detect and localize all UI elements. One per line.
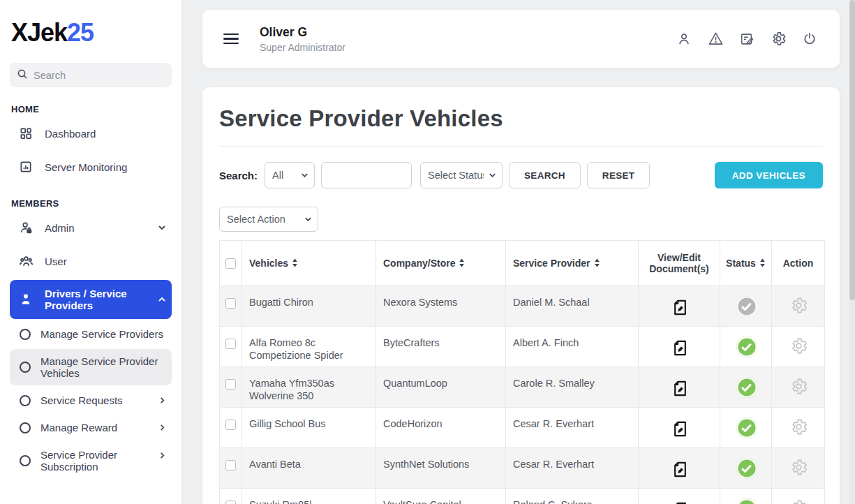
status-check-icon[interactable] bbox=[736, 377, 757, 398]
sort-icon bbox=[759, 258, 766, 269]
chevron-up-icon bbox=[158, 295, 166, 304]
row-settings-gear-icon[interactable] bbox=[789, 336, 808, 355]
search-keyword-input[interactable] bbox=[321, 162, 412, 188]
search-button[interactable]: SEARCH bbox=[509, 162, 581, 188]
select-all-checkbox[interactable] bbox=[225, 258, 236, 269]
sidebar-subitem-label: Manage Service Providers bbox=[40, 328, 163, 340]
view-edit-document-icon[interactable] bbox=[671, 498, 690, 504]
monitoring-chart-icon bbox=[18, 159, 34, 175]
top-header-bar: Oliver G Super Administrator bbox=[202, 10, 840, 68]
sidebar-subitem-service-provider-subscription[interactable]: Service Provider Subscription bbox=[10, 443, 172, 479]
sidebar-search[interactable] bbox=[10, 63, 172, 87]
page-scrollbar-thumb[interactable] bbox=[849, 0, 855, 300]
bullet-circle-icon bbox=[20, 362, 31, 373]
row-settings-gear-icon[interactable] bbox=[789, 417, 808, 436]
user-icon[interactable] bbox=[675, 30, 693, 48]
row-checkbox[interactable] bbox=[225, 339, 236, 349]
sidebar-subitem-manage-service-providers[interactable]: Manage Service Providers bbox=[10, 322, 172, 346]
bullet-circle-icon bbox=[20, 329, 31, 340]
main-area: Oliver G Super Administrator Service Pro… bbox=[181, 0, 855, 504]
sidebar-item-label: User bbox=[45, 255, 67, 267]
view-edit-document-icon[interactable] bbox=[671, 377, 690, 398]
column-header-status[interactable]: Status bbox=[720, 241, 772, 286]
sidebar-item-drivers-service-providers[interactable]: Drivers / Service Providers bbox=[10, 280, 172, 319]
power-icon[interactable] bbox=[801, 30, 819, 48]
sidebar-item-label: Server Monitoring bbox=[45, 161, 127, 173]
table-row: Bugatti Chiron Nexora Systems Daniel M. … bbox=[220, 286, 825, 327]
row-settings-gear-icon[interactable] bbox=[789, 296, 808, 315]
column-header-vehicles[interactable]: Vehicles bbox=[242, 241, 376, 286]
sort-icon bbox=[459, 258, 465, 269]
row-settings-gear-icon[interactable] bbox=[789, 458, 808, 477]
status-check-icon[interactable] bbox=[736, 458, 757, 479]
warning-icon[interactable] bbox=[706, 30, 724, 48]
column-header-provider[interactable]: Service Provider bbox=[506, 241, 639, 286]
title-divider bbox=[219, 146, 823, 147]
column-header-company[interactable]: Company/Store bbox=[376, 241, 506, 286]
chevron-right-icon bbox=[158, 452, 166, 459]
row-checkbox[interactable] bbox=[225, 379, 236, 390]
sidebar-item-admin[interactable]: Admin bbox=[10, 213, 172, 242]
row-checkbox[interactable] bbox=[225, 298, 236, 309]
provider-cell: Cesar R. Everhart bbox=[506, 408, 639, 448]
row-settings-gear-icon[interactable] bbox=[789, 377, 808, 396]
row-checkbox[interactable] bbox=[225, 420, 236, 430]
sidebar-subitem-service-requests[interactable]: Service Requests bbox=[10, 388, 172, 413]
row-settings-gear-icon[interactable] bbox=[789, 498, 808, 504]
provider-cell: Albert A. Finch bbox=[506, 327, 639, 367]
user-name: Oliver G bbox=[260, 25, 345, 40]
vehicle-cell: Avanti Beta bbox=[242, 448, 376, 489]
sidebar-search-input[interactable] bbox=[34, 70, 165, 81]
vehicles-table: Vehicles Company/Store Service Provider … bbox=[219, 240, 825, 504]
sort-icon bbox=[594, 258, 600, 269]
sidebar-item-user[interactable]: User bbox=[10, 246, 172, 276]
status-check-icon[interactable] bbox=[736, 417, 757, 438]
content-card: Service Provider Vehicles Search: All Se… bbox=[202, 87, 840, 504]
company-cell: SynthNet Solutions bbox=[376, 448, 506, 489]
user-role: Super Administrator bbox=[260, 42, 345, 53]
table-row: Alfa Romeo 8c Competizione Spider ByteCr… bbox=[220, 327, 825, 367]
company-cell: QuantumLoop bbox=[376, 367, 506, 408]
brand-logo[interactable]: XJek25 bbox=[10, 18, 172, 47]
sidebar-subitem-label: Service Requests bbox=[40, 394, 123, 406]
search-field-select[interactable]: All bbox=[265, 162, 315, 188]
edit-document-icon[interactable] bbox=[738, 30, 756, 48]
view-edit-document-icon[interactable] bbox=[671, 336, 690, 357]
sidebar: XJek25 HOME Dashboard Server Monitoring … bbox=[0, 0, 181, 504]
reset-button[interactable]: RESET bbox=[587, 162, 650, 188]
sidebar-section-members: MEMBERS bbox=[11, 198, 172, 209]
vehicle-cell: Alfa Romeo 8c Competizione Spider bbox=[242, 327, 376, 367]
gear-icon[interactable] bbox=[769, 30, 787, 48]
hamburger-menu-icon[interactable] bbox=[223, 34, 239, 44]
page-title: Service Provider Vehicles bbox=[219, 105, 823, 132]
sidebar-item-server-monitoring[interactable]: Server Monitoring bbox=[10, 152, 172, 181]
view-edit-document-icon[interactable] bbox=[671, 296, 690, 317]
chevron-down-icon bbox=[158, 223, 166, 232]
driver-icon bbox=[18, 292, 34, 307]
row-checkbox[interactable] bbox=[225, 460, 236, 470]
page-scrollbar[interactable] bbox=[849, 0, 855, 504]
add-vehicles-button[interactable]: ADD VEHICLES bbox=[715, 162, 823, 188]
table-row: Suzuki Rm85l VaultSure Capital Roland C.… bbox=[220, 489, 825, 504]
company-cell: Nexora Systems bbox=[376, 286, 506, 327]
status-filter-select[interactable]: Select Status bbox=[420, 162, 503, 188]
status-check-icon[interactable] bbox=[736, 498, 757, 504]
view-edit-document-icon[interactable] bbox=[671, 458, 690, 479]
sidebar-subitem-manage-service-provider-vehicles[interactable]: Manage Service Provider Vehicles bbox=[10, 349, 172, 385]
admin-lock-icon bbox=[18, 220, 34, 235]
table-header-row: Vehicles Company/Store Service Provider … bbox=[220, 241, 825, 286]
search-icon bbox=[17, 68, 28, 82]
column-header-documents: View/Edit Document(s) bbox=[639, 241, 720, 286]
status-check-icon[interactable] bbox=[736, 296, 757, 317]
vehicle-cell: Bugatti Chiron bbox=[242, 286, 376, 327]
sidebar-item-dashboard[interactable]: Dashboard bbox=[10, 119, 172, 148]
view-edit-document-icon[interactable] bbox=[671, 417, 690, 438]
row-checkbox[interactable] bbox=[225, 501, 236, 504]
bulk-action-select[interactable]: Select Action bbox=[219, 207, 318, 232]
header-action-icons bbox=[675, 30, 819, 48]
provider-cell: Cesar R. Everhart bbox=[506, 448, 639, 489]
status-check-icon[interactable] bbox=[736, 336, 757, 357]
sort-icon bbox=[292, 258, 298, 269]
sidebar-subitem-manage-reward[interactable]: Manage Reward bbox=[10, 415, 172, 440]
provider-cell: Daniel M. Schaal bbox=[506, 286, 639, 327]
